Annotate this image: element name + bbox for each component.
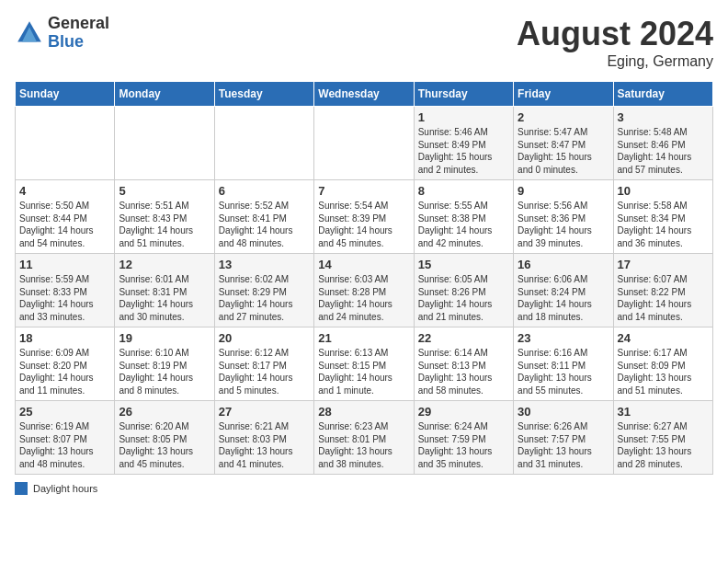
calendar-week-5: 25Sunrise: 6:19 AM Sunset: 8:07 PM Dayli… [16,401,713,475]
calendar-week-4: 18Sunrise: 6:09 AM Sunset: 8:20 PM Dayli… [16,327,713,401]
calendar-cell [214,107,313,180]
day-info: Sunrise: 6:03 AM Sunset: 8:28 PM Dayligh… [318,273,409,323]
calendar-cell: 10Sunrise: 5:58 AM Sunset: 8:34 PM Dayli… [613,180,712,254]
day-info: Sunrise: 6:14 AM Sunset: 8:13 PM Dayligh… [418,347,509,396]
day-number: 31 [618,405,709,419]
day-number: 19 [119,331,210,345]
day-info: Sunrise: 6:26 AM Sunset: 7:57 PM Dayligh… [518,420,609,470]
calendar-cell: 1Sunrise: 5:46 AM Sunset: 8:49 PM Daylig… [414,107,513,180]
day-number: 17 [618,258,709,271]
day-info: Sunrise: 5:51 AM Sunset: 8:43 PM Dayligh… [119,200,210,249]
day-number: 23 [518,331,609,345]
title-block: August 2024 Eging, Germany [517,15,713,70]
calendar-cell: 18Sunrise: 6:09 AM Sunset: 8:20 PM Dayli… [16,327,115,401]
calendar-cell: 30Sunrise: 6:26 AM Sunset: 7:57 PM Dayli… [514,401,613,475]
day-info: Sunrise: 6:10 AM Sunset: 8:19 PM Dayligh… [119,347,210,396]
logo-icon [15,18,44,48]
day-number: 12 [119,258,210,271]
calendar-cell: 28Sunrise: 6:23 AM Sunset: 8:01 PM Dayli… [314,401,414,475]
day-number: 22 [418,331,509,345]
header-wednesday: Wednesday [314,82,414,107]
day-number: 18 [19,331,110,345]
calendar-cell: 20Sunrise: 6:12 AM Sunset: 8:17 PM Dayli… [214,327,313,401]
day-number: 21 [318,331,409,345]
day-info: Sunrise: 6:12 AM Sunset: 8:17 PM Dayligh… [219,347,310,396]
month-year: August 2024 [517,15,713,53]
legend: Daylight hours [15,482,713,495]
day-number: 26 [119,405,210,419]
calendar-cell: 21Sunrise: 6:13 AM Sunset: 8:15 PM Dayli… [314,327,414,401]
calendar-cell: 11Sunrise: 5:59 AM Sunset: 8:33 PM Dayli… [16,254,115,327]
calendar-cell: 7Sunrise: 5:54 AM Sunset: 8:39 PM Daylig… [314,180,414,254]
day-info: Sunrise: 5:56 AM Sunset: 8:36 PM Dayligh… [518,200,609,249]
calendar-cell: 14Sunrise: 6:03 AM Sunset: 8:28 PM Dayli… [314,254,414,327]
calendar-cell: 31Sunrise: 6:27 AM Sunset: 7:55 PM Dayli… [613,401,712,475]
day-info: Sunrise: 6:13 AM Sunset: 8:15 PM Dayligh… [318,347,409,396]
day-info: Sunrise: 6:27 AM Sunset: 7:55 PM Dayligh… [618,420,709,470]
calendar-cell: 23Sunrise: 6:16 AM Sunset: 8:11 PM Dayli… [514,327,613,401]
header-thursday: Thursday [414,82,513,107]
calendar-header-row: SundayMondayTuesdayWednesdayThursdayFrid… [16,82,713,107]
calendar-cell [314,107,414,180]
day-info: Sunrise: 5:48 AM Sunset: 8:46 PM Dayligh… [618,126,709,176]
calendar-cell: 4Sunrise: 5:50 AM Sunset: 8:44 PM Daylig… [16,180,115,254]
day-info: Sunrise: 6:24 AM Sunset: 7:59 PM Dayligh… [418,420,509,470]
day-number: 15 [418,258,509,271]
day-info: Sunrise: 6:01 AM Sunset: 8:31 PM Dayligh… [119,273,210,323]
calendar-cell: 5Sunrise: 5:51 AM Sunset: 8:43 PM Daylig… [115,180,214,254]
day-info: Sunrise: 6:19 AM Sunset: 8:07 PM Dayligh… [19,420,110,470]
header-sunday: Sunday [16,82,115,107]
day-number: 29 [418,405,509,419]
day-number: 1 [418,110,509,124]
day-number: 2 [518,110,609,124]
calendar-cell: 8Sunrise: 5:55 AM Sunset: 8:38 PM Daylig… [414,180,513,254]
day-info: Sunrise: 5:59 AM Sunset: 8:33 PM Dayligh… [19,273,110,323]
calendar-week-3: 11Sunrise: 5:59 AM Sunset: 8:33 PM Dayli… [16,254,713,327]
location: Eging, Germany [517,53,713,70]
calendar-table: SundayMondayTuesdayWednesdayThursdayFrid… [15,81,713,475]
legend-box [15,482,28,495]
day-info: Sunrise: 5:55 AM Sunset: 8:38 PM Dayligh… [418,200,509,249]
day-number: 4 [19,184,110,198]
day-info: Sunrise: 5:46 AM Sunset: 8:49 PM Dayligh… [418,126,509,176]
day-number: 27 [219,405,310,419]
day-number: 20 [219,331,310,345]
day-number: 9 [518,184,609,198]
day-info: Sunrise: 6:06 AM Sunset: 8:24 PM Dayligh… [518,273,609,323]
calendar-cell [16,107,115,180]
calendar-cell: 15Sunrise: 6:05 AM Sunset: 8:26 PM Dayli… [414,254,513,327]
day-number: 30 [518,405,609,419]
day-number: 8 [418,184,509,198]
calendar-cell: 17Sunrise: 6:07 AM Sunset: 8:22 PM Dayli… [613,254,712,327]
calendar-cell [115,107,214,180]
calendar-cell: 13Sunrise: 6:02 AM Sunset: 8:29 PM Dayli… [214,254,313,327]
day-number: 11 [19,258,110,271]
calendar-cell: 29Sunrise: 6:24 AM Sunset: 7:59 PM Dayli… [414,401,513,475]
day-number: 5 [119,184,210,198]
day-info: Sunrise: 6:07 AM Sunset: 8:22 PM Dayligh… [618,273,709,323]
day-info: Sunrise: 6:21 AM Sunset: 8:03 PM Dayligh… [219,420,310,470]
day-info: Sunrise: 6:16 AM Sunset: 8:11 PM Dayligh… [518,347,609,396]
day-number: 28 [318,405,409,419]
day-info: Sunrise: 6:09 AM Sunset: 8:20 PM Dayligh… [19,347,110,396]
day-number: 14 [318,258,409,271]
calendar-cell: 2Sunrise: 5:47 AM Sunset: 8:47 PM Daylig… [514,107,613,180]
page-header: General Blue August 2024 Eging, Germany [15,15,713,70]
calendar-cell: 19Sunrise: 6:10 AM Sunset: 8:19 PM Dayli… [115,327,214,401]
day-info: Sunrise: 6:17 AM Sunset: 8:09 PM Dayligh… [618,347,709,396]
day-info: Sunrise: 6:20 AM Sunset: 8:05 PM Dayligh… [119,420,210,470]
day-info: Sunrise: 6:23 AM Sunset: 8:01 PM Dayligh… [318,420,409,470]
calendar-cell: 6Sunrise: 5:52 AM Sunset: 8:41 PM Daylig… [214,180,313,254]
day-info: Sunrise: 5:54 AM Sunset: 8:39 PM Dayligh… [318,200,409,249]
calendar-cell: 12Sunrise: 6:01 AM Sunset: 8:31 PM Dayli… [115,254,214,327]
calendar-cell: 26Sunrise: 6:20 AM Sunset: 8:05 PM Dayli… [115,401,214,475]
header-friday: Friday [514,82,613,107]
day-number: 10 [618,184,709,198]
logo-general-text: General [48,15,109,33]
calendar-cell: 27Sunrise: 6:21 AM Sunset: 8:03 PM Dayli… [214,401,313,475]
day-info: Sunrise: 5:50 AM Sunset: 8:44 PM Dayligh… [19,200,110,249]
calendar-cell: 16Sunrise: 6:06 AM Sunset: 8:24 PM Dayli… [514,254,613,327]
calendar-cell: 22Sunrise: 6:14 AM Sunset: 8:13 PM Dayli… [414,327,513,401]
calendar-week-2: 4Sunrise: 5:50 AM Sunset: 8:44 PM Daylig… [16,180,713,254]
header-tuesday: Tuesday [214,82,313,107]
